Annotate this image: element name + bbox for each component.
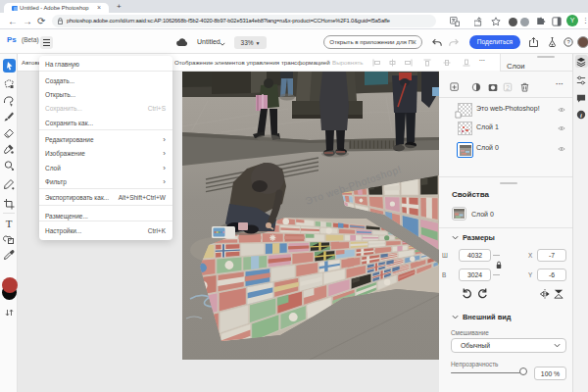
svg-text:?: ? [566, 39, 570, 45]
svg-text:2: 2 [506, 84, 510, 91]
svg-text:T: T [6, 218, 13, 229]
svg-text:i: i [580, 112, 582, 119]
